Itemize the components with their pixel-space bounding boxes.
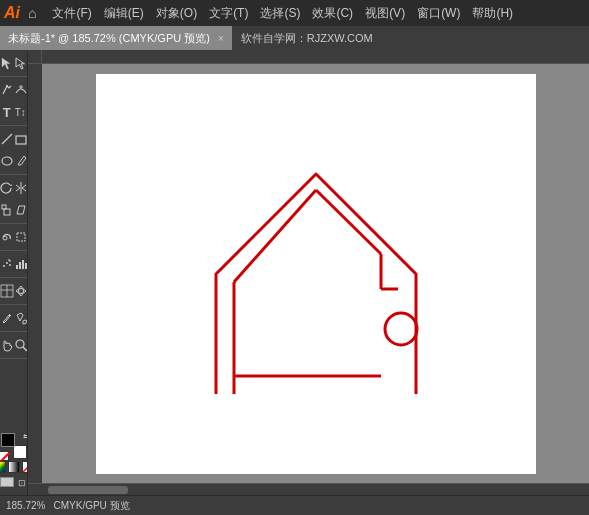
artboard [96,74,536,474]
tool-group-pen: T T↕ [0,79,27,126]
house-drawing [196,154,436,394]
status-info: CMYK/GPU 预览 [53,499,129,513]
tool-group-selection [0,52,27,77]
symbol-sprayer-tool[interactable] [0,253,14,275]
svg-rect-7 [2,205,6,209]
direct-selection-tool[interactable] [14,52,28,74]
status-zoom: 185.72% [6,500,45,511]
svg-rect-23 [42,50,589,64]
svg-rect-14 [19,262,21,269]
menu-file[interactable]: 文件(F) [46,0,97,26]
svg-rect-24 [28,64,42,483]
menu-text[interactable]: 文字(T) [203,0,254,26]
tool-group-transform [0,177,27,224]
ruler-corner [28,50,42,64]
svg-line-26 [234,190,316,282]
selection-tool[interactable] [0,52,14,74]
eyedropper-tool[interactable] [0,307,14,329]
warp-tool[interactable] [0,226,14,248]
svg-point-1 [19,86,21,88]
svg-point-4 [2,157,12,165]
tab-active[interactable]: 未标题-1* @ 185.72% (CMYK/GPU 预览) × [0,26,233,50]
paint-bucket-tool[interactable] [14,307,28,329]
svg-line-27 [316,190,381,254]
svg-rect-15 [22,260,24,269]
status-bar: 185.72% CMYK/GPU 预览 [0,495,589,515]
tool-group-slice [0,280,27,305]
menu-select[interactable]: 选择(S) [254,0,306,26]
none-color-icon[interactable] [0,451,9,461]
ruler-horizontal: // ruler ticks drawn via JS below [42,50,589,64]
tool-group-shapes [0,128,27,175]
ruler-vertical [28,64,42,483]
color-mode-gradient[interactable] [8,461,20,473]
svg-point-31 [385,313,417,345]
mesh-tool[interactable] [14,280,28,302]
menu-effect[interactable]: 效果(C) [306,0,359,26]
svg-rect-13 [16,265,18,269]
horizontal-scrollbar[interactable] [28,483,589,495]
menu-view[interactable]: 视图(V) [359,0,411,26]
svg-rect-3 [16,136,26,144]
menu-bar: Ai ⌂ 文件(F) 编辑(E) 对象(O) 文字(T) 选择(S) 效果(C)… [0,0,589,26]
graph-tool[interactable] [14,253,28,275]
curvature-tool[interactable] [14,79,28,101]
fill-color[interactable] [1,433,15,447]
tab-inactive-label: 软件自学网：RJZXW.COM [241,31,373,46]
line-tool[interactable] [0,128,14,150]
zoom-tool[interactable] [14,334,28,356]
hand-tool[interactable] [0,334,14,356]
main-area: T T↕ [0,50,589,495]
slice-tool[interactable] [0,280,14,302]
shear-tool[interactable] [14,199,28,221]
ellipse-tool[interactable] [0,150,14,172]
rotate-tool[interactable] [0,177,14,199]
svg-rect-6 [4,209,10,215]
color-swatches[interactable]: ⇆ [1,433,27,459]
menu-help[interactable]: 帮助(H) [466,0,519,26]
scrollbar-thumb-h[interactable] [48,486,128,494]
tool-group-view [0,334,27,359]
color-mode-icons [0,461,28,473]
svg-rect-16 [25,263,27,269]
toolbar: T T↕ [0,50,28,495]
vertical-type-tool[interactable]: T↕ [14,101,28,123]
tool-group-warp [0,226,27,251]
svg-point-12 [9,264,11,266]
svg-point-20 [16,340,24,348]
paintbrush-tool[interactable] [14,150,28,172]
change-screen-mode[interactable]: ⊡ [16,477,28,489]
rect-tool[interactable] [14,128,28,150]
stroke-color[interactable] [13,445,27,459]
free-transform-tool[interactable] [14,226,28,248]
svg-point-0 [6,85,8,87]
tab-close-button[interactable]: × [218,33,224,44]
pen-tool[interactable] [0,79,14,101]
svg-line-21 [23,347,27,351]
screen-mode-normal[interactable] [0,477,14,487]
tool-group-symbol [0,253,27,278]
menu-object[interactable]: 对象(O) [150,0,203,26]
tool-group-eyedropper [0,307,27,332]
scale-tool[interactable] [0,199,14,221]
canvas-area[interactable] [42,64,589,483]
menu-edit[interactable]: 编辑(E) [98,0,150,26]
tab-active-label: 未标题-1* @ 185.72% (CMYK/GPU 预览) [8,31,210,46]
ai-logo: Ai [4,4,20,22]
canvas-container: // ruler ticks drawn via JS below [28,50,589,495]
svg-point-10 [3,265,5,267]
type-tool[interactable]: T [0,101,14,123]
svg-point-11 [6,262,8,264]
tab-bar: 未标题-1* @ 185.72% (CMYK/GPU 预览) × 软件自学网：R… [0,26,589,50]
color-mode-color[interactable] [0,461,6,473]
svg-rect-9 [17,233,25,241]
menu-window[interactable]: 窗口(W) [411,0,466,26]
svg-line-2 [2,134,12,144]
tab-inactive[interactable]: 软件自学网：RJZXW.COM [233,26,381,50]
screen-mode-icons: ⊡ [0,477,28,489]
canvas-row [28,64,589,483]
home-icon[interactable]: ⌂ [28,5,36,21]
reflect-tool[interactable] [14,177,28,199]
color-area: ⇆ ⊡ [0,429,28,493]
svg-point-8 [3,236,7,240]
